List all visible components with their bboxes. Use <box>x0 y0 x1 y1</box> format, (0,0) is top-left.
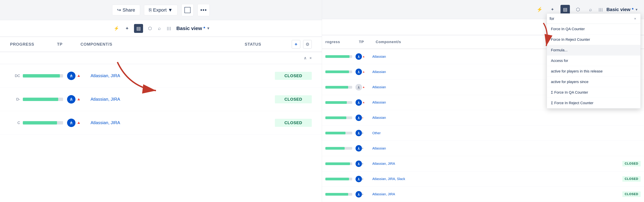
export-dropdown-icon: ▼ <box>168 8 172 13</box>
right-tp-cell: 🔺 <box>356 99 372 106</box>
view-label-container[interactable]: Basic view* ▾ <box>176 26 209 31</box>
more-button[interactable]: ••• <box>198 4 210 16</box>
field-search-dropdown: × Force In QA Counter Force In Reject Co… <box>547 14 641 108</box>
star-icon-right[interactable]: ✦ <box>548 5 557 14</box>
right-progress-bar <box>325 101 352 104</box>
svg-point-13 <box>356 191 362 198</box>
priority-icon: 🔺 <box>76 97 81 102</box>
table-row: C 🔺 Atlassian, JIRA CLOSED <box>0 111 322 134</box>
right-component-link[interactable]: Atlassian <box>372 116 641 120</box>
search-icon[interactable]: ⌕ <box>157 25 162 32</box>
svg-point-5 <box>356 68 362 75</box>
col-progress-header: Progress <box>10 42 57 47</box>
right-atlassian-icon <box>356 176 362 182</box>
right-atlassian-icon <box>356 99 362 106</box>
right-priority-icon: ≡ <box>362 132 363 134</box>
right-priority-icon: 🔺 <box>362 86 365 89</box>
row-label: C <box>10 121 20 125</box>
tp-cell: 🔺 <box>67 95 90 104</box>
component-link[interactable]: Atlassian, JIRA <box>90 97 275 102</box>
right-component-link[interactable]: Atlassian, JIRA <box>372 162 622 166</box>
right-progress-bar <box>325 193 352 196</box>
right-progress-bar <box>325 178 352 180</box>
right-atlassian-icon <box>356 130 362 136</box>
bolt-icon-right[interactable]: ⚡ <box>535 5 544 14</box>
layers-icon-right[interactable]: ▤ <box>560 5 570 14</box>
dropdown-item-formula[interactable]: Formula... <box>547 45 640 56</box>
filter-icon-right[interactable]: ⬡ <box>573 5 582 14</box>
right-component-link[interactable]: Atlassian, JIRA <box>372 192 622 196</box>
export-button[interactable]: ⎘ Export ▼ <box>144 5 178 15</box>
dropdown-search-input[interactable] <box>550 16 631 21</box>
search-icon-right[interactable]: ⌕ <box>586 5 595 14</box>
bolt-icon[interactable]: ⚡ <box>113 25 120 32</box>
sort-chevron-icon[interactable]: ∧ <box>304 56 307 60</box>
sort-row: ∧ × <box>0 52 322 64</box>
right-priority-icon: ≡ <box>362 147 363 150</box>
square-button[interactable] <box>182 4 194 16</box>
row-label: D- <box>10 97 20 102</box>
atlassian-icon <box>67 72 76 80</box>
more-icon: ••• <box>200 7 207 13</box>
right-component-link[interactable]: Atlassian <box>372 146 641 150</box>
dropdown-item-force-qa[interactable]: Force In QA Counter <box>547 24 640 34</box>
dropdown-item-active-since[interactable]: active for players since <box>547 77 640 87</box>
table-row: ≡ Atlassian, JIRA, Slack CLOSED <box>322 172 644 187</box>
status-badge: CLOSED <box>275 119 312 127</box>
right-component-link[interactable]: Atlassian, JIRA, Slack <box>372 177 622 181</box>
right-progress-fill <box>325 101 347 104</box>
right-tp-cell: 🔺 <box>356 53 372 60</box>
svg-point-8 <box>356 114 362 121</box>
right-progress-fill <box>325 86 348 88</box>
dropdown-item-access-for[interactable]: Access for <box>547 56 640 66</box>
right-progress-fill <box>325 116 346 119</box>
right-view-asterisk: * <box>632 7 634 12</box>
right-progress-bar <box>325 116 352 119</box>
right-view-label[interactable]: Basic view* ▾ <box>606 7 637 12</box>
right-progress-bar <box>325 55 352 58</box>
progress-bar-fill <box>23 98 58 101</box>
right-priority-icon: 🔺 <box>362 101 365 104</box>
right-progress-bar <box>325 147 352 150</box>
svg-point-4 <box>356 53 362 60</box>
filter-icon[interactable]: ⬡ <box>147 25 153 32</box>
right-priority-icon: 🔺 <box>362 70 365 74</box>
share-button[interactable]: ↪ Share <box>112 5 140 15</box>
layers-icon[interactable]: ▤ <box>134 24 143 33</box>
dropdown-item-sigma-force-qa[interactable]: Σ Force In QA Counter <box>547 87 640 98</box>
col-actions: + ⚙ <box>292 40 312 49</box>
status-badge: CLOSED <box>275 95 312 103</box>
right-priority-icon: ≡ <box>362 193 363 196</box>
share-icon: ↪ <box>117 7 121 13</box>
right-progress-fill <box>325 55 350 58</box>
row-label: DC <box>10 74 20 78</box>
dropdown-item-sigma-force-reject[interactable]: Σ Force In Reject Counter <box>547 98 640 108</box>
component-link[interactable]: Atlassian, JIRA <box>90 73 275 78</box>
component-link[interactable]: Atlassian, JIRA <box>90 120 275 125</box>
right-progress-bar <box>325 162 352 165</box>
svg-point-2 <box>67 118 76 127</box>
svg-point-6 <box>356 84 362 90</box>
dropdown-item-active-release[interactable]: active for players in this release <box>547 66 640 77</box>
right-status-badge: CLOSED <box>622 176 641 182</box>
dropdown-item-force-reject[interactable]: Force In Reject Counter <box>547 34 640 45</box>
add-column-button[interactable]: + <box>292 40 300 49</box>
dropdown-search-row: × <box>547 14 640 24</box>
right-priority-icon: 🔺 <box>362 55 365 58</box>
tp-cell: 🔺 <box>67 72 90 80</box>
star-icon[interactable]: ✦ <box>124 25 130 32</box>
right-status-badge: CLOSED <box>622 161 641 166</box>
left-panel: ↪ Share ⎘ Export ▼ ••• ⚡ ✦ ▤ ⬡ ⌕ ||| Bas… <box>0 0 322 202</box>
right-tp-cell: ≡ <box>356 114 372 121</box>
dropdown-close-button[interactable]: × <box>632 16 638 21</box>
table-row: ≡ Atlassian, JIRA CLOSED <box>322 187 644 202</box>
view-label-text: Basic view <box>176 26 202 31</box>
settings-button[interactable]: ⚙ <box>303 40 312 49</box>
right-panel: ⚡ ✦ ▤ ⬡ ⌕ ||| Basic view* ▾ rogress TP C… <box>322 0 644 202</box>
right-status-badge: CLOSED <box>622 192 641 197</box>
top-toolbar: ↪ Share ⎘ Export ▼ ••• <box>0 0 322 20</box>
right-component-link[interactable]: Other <box>372 131 641 135</box>
bars-icon[interactable]: ||| <box>166 25 172 32</box>
bars-icon-right[interactable]: ||| <box>599 8 603 12</box>
sort-close-icon[interactable]: × <box>310 56 312 60</box>
